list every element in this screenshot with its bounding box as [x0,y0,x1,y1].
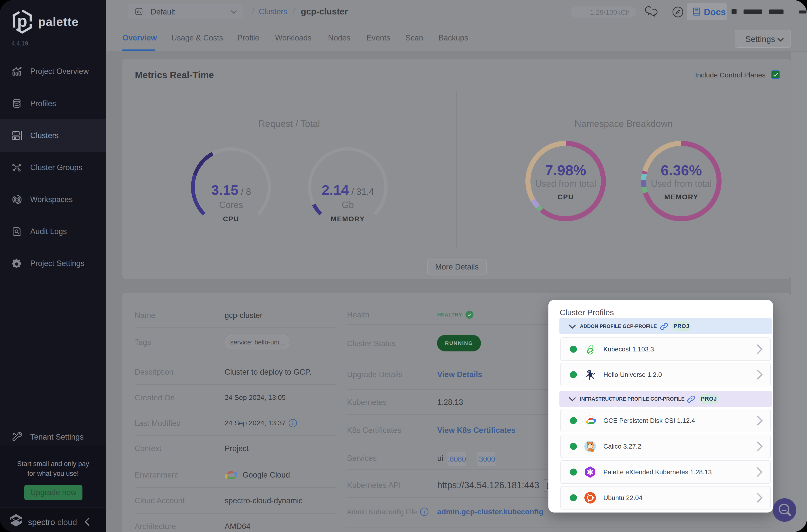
svg-text:p: p [17,12,27,30]
